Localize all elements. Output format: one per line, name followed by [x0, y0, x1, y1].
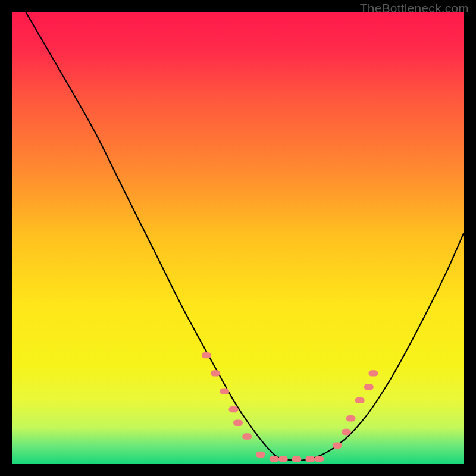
watermark-text: TheBottleneck.com: [360, 1, 469, 15]
highlight-dot: [270, 456, 279, 462]
highlight-dots: [202, 352, 378, 462]
highlight-dot: [364, 384, 374, 390]
highlight-dot: [292, 456, 302, 462]
plot-area: [12, 12, 464, 464]
highlight-dot: [342, 429, 351, 435]
highlight-dot: [233, 420, 243, 426]
bottleneck-curve: [26, 12, 464, 461]
highlight-dot: [355, 397, 365, 403]
highlight-dot: [314, 456, 324, 462]
chart-frame: TheBottleneck.com: [0, 0, 476, 476]
highlight-dot: [211, 370, 220, 376]
highlight-dot: [228, 406, 238, 412]
highlight-dot: [242, 433, 252, 439]
highlight-dot: [346, 415, 356, 421]
highlight-dot: [202, 352, 211, 358]
curve-layer: [12, 12, 464, 464]
highlight-dot: [368, 370, 378, 376]
highlight-dot: [220, 389, 229, 394]
highlight-dot: [305, 456, 315, 462]
highlight-dot: [333, 442, 342, 448]
highlight-dot: [278, 456, 288, 462]
highlight-dot: [256, 452, 265, 458]
